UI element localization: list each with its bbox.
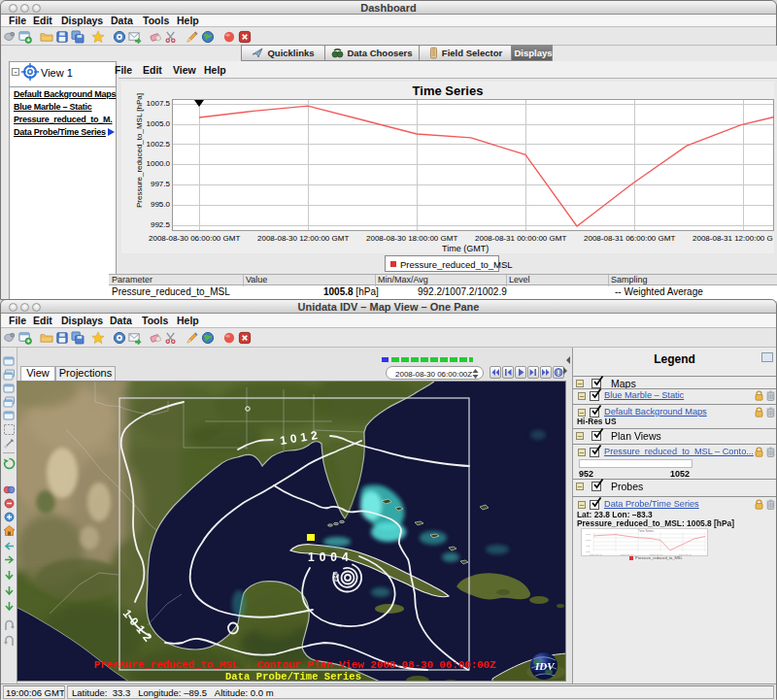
svg-text:1007: 1007 bbox=[586, 533, 591, 536]
svg-text:Data Probe/Time Series: Data Probe/Time Series bbox=[225, 671, 361, 682]
svg-text:Pressure_reduced_to_MSL - Cont: Pressure_reduced_to_MSL - Contour Plan V… bbox=[94, 659, 496, 671]
svg-text:1000: 1000 bbox=[586, 539, 591, 542]
svg-text:2008-08-30: 2008-08-30 bbox=[590, 553, 602, 556]
svg-text:995: 995 bbox=[586, 545, 591, 548]
svg-text:1004: 1004 bbox=[308, 550, 354, 564]
svg-text:IDV: IDV bbox=[534, 660, 556, 672]
svg-text:Time Series: Time Series bbox=[638, 529, 654, 533]
